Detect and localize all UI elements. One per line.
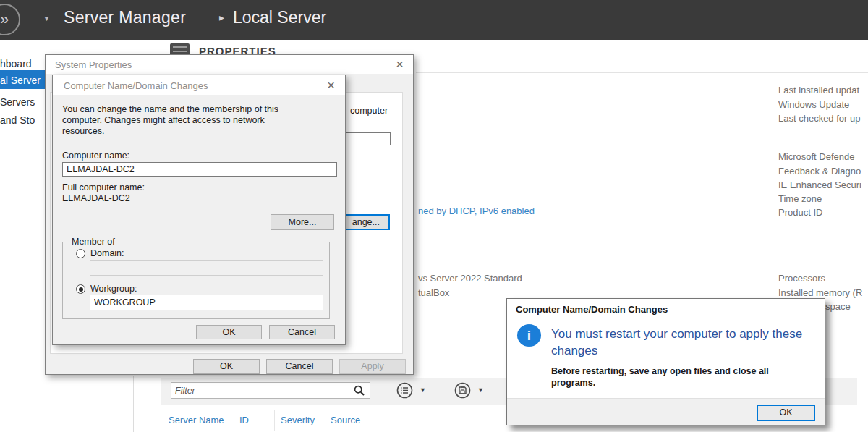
page-title: Local Server [233,8,326,27]
screen: » ▼ Server Manager ▸ Local Server hboard… [0,0,868,432]
column-separator [274,410,275,431]
property-label-windows-update: Windows Update [778,99,849,110]
name-dialog-title: Computer Name/Domain Changes [64,80,208,91]
sidebar-item-dashboard[interactable]: hboard [0,58,32,69]
properties-tile-icon [170,43,190,55]
sidebar-item-file-storage[interactable]: and Sto [0,114,35,126]
sidebar-item-all-servers[interactable]: Servers [0,96,35,108]
restart-dialog-title: Computer Name/Domain Changes [516,304,668,315]
computer-name-input[interactable] [62,162,337,177]
computer-name-label: Computer name: [62,151,129,161]
ok-button[interactable]: OK [193,359,260,374]
column-separator [370,410,370,431]
close-icon[interactable]: × [327,80,335,91]
full-name-value: ELMAJDAL-DC2 [62,193,130,203]
nav-caret-icon[interactable]: ▼ [43,15,50,22]
property-label-memory: Installed memory (R [778,287,862,298]
restart-instruction: You must restart your computer to apply … [551,326,804,359]
name-dialog-description: You can change the name and the membersh… [62,104,301,137]
save-view-icon[interactable] [454,382,471,399]
ok-button[interactable]: OK [196,325,262,339]
sidebar-item-local-server[interactable]: al Server [0,75,41,86]
domain-label: Domain: [90,248,124,258]
name-dialog-titlebar: Computer Name/Domain Changes × [53,75,345,95]
workgroup-radio[interactable] [76,284,85,294]
restart-ok-button[interactable]: OK [757,405,815,421]
column-header-id[interactable]: ID [239,415,249,425]
property-label-processors: Processors [778,273,825,284]
restart-dialog: Computer Name/Domain Changes i You must … [506,298,825,425]
computer-text-fragment: computer [350,106,388,116]
property-label-defender: Microsoft Defende [778,151,855,162]
apply-button: Apply [339,359,406,374]
column-header-source[interactable]: Source [331,415,360,425]
column-separator [325,410,326,431]
column-header-server-name[interactable]: Server Name [169,415,224,425]
cancel-button[interactable]: Cancel [269,325,335,339]
column-separator [234,410,234,431]
filter-input[interactable] [171,382,370,399]
list-view-caret-icon[interactable]: ▼ [420,386,426,394]
search-icon[interactable] [354,385,365,397]
cancel-button[interactable]: Cancel [266,359,333,374]
panel-edge-line [133,376,134,432]
property-label-disk-space: space [825,301,851,312]
property-label-time-zone: Time zone [778,193,822,204]
property-label-ie-security: IE Enhanced Securi [778,179,861,190]
restart-body: Before restarting, save any open files a… [551,365,801,389]
save-view-caret-icon[interactable]: ▼ [477,386,484,394]
system-properties-title: System Properties [55,59,132,70]
ethernet-value-link[interactable]: ned by DHCP, IPv6 enabled [418,206,535,216]
hardware-value: tualBox [418,287,449,298]
os-version-value: vs Server 2022 Standard [418,273,522,284]
breadcrumb-arrow-icon: ▸ [219,12,224,23]
workgroup-input[interactable] [90,295,323,310]
system-properties-titlebar: System Properties × [46,55,413,74]
domain-input [90,260,323,276]
name-changes-dialog: Computer Name/Domain Changes × You can c… [52,75,346,345]
property-label-feedback: Feedback & Diagno [778,166,861,177]
nav-back-icon[interactable]: » [0,4,20,35]
full-name-label: Full computer name: [62,182,145,192]
info-icon: i [517,324,541,347]
app-title: Server Manager [64,8,186,27]
restart-footer: OK [507,398,825,425]
member-of-group: Member of Domain: Workgroup: [62,242,330,319]
property-label-last-installed: Last installed updat [778,85,859,96]
property-label-last-checked: Last checked for up [778,113,860,124]
property-label-product-id: Product ID [778,207,822,218]
member-of-label: Member of [69,237,118,247]
close-icon[interactable]: × [396,59,404,70]
properties-panel-top-border [416,72,868,73]
workgroup-label: Workgroup: [90,284,137,294]
app-header: » ▼ Server Manager ▸ Local Server [0,0,868,40]
domain-radio[interactable] [76,249,85,258]
more-button[interactable]: More... [271,214,334,230]
description-input-fragment[interactable] [346,132,391,145]
column-header-severity[interactable]: Severity [281,415,315,425]
list-view-icon[interactable] [396,382,413,399]
